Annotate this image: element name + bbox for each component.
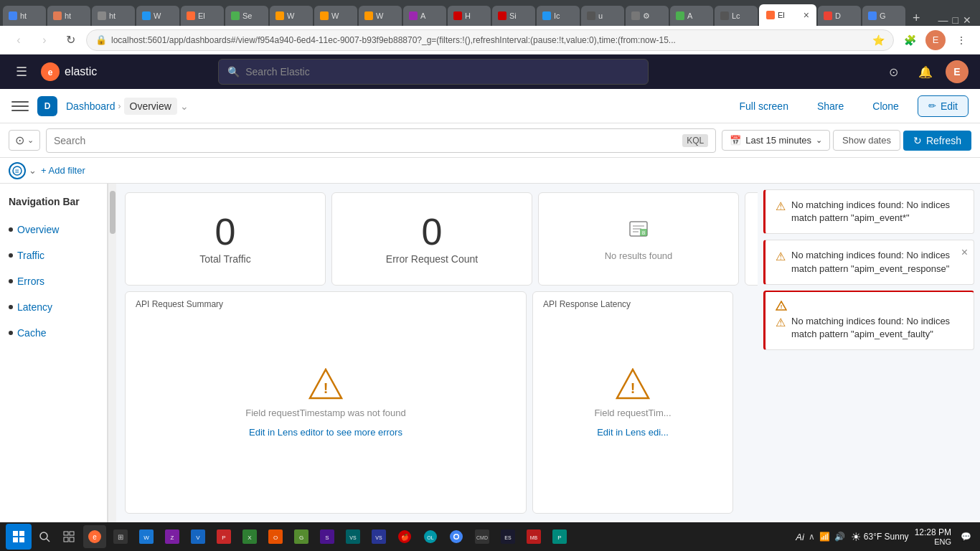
browser-tab[interactable]: H	[448, 6, 491, 26]
search-taskbar-button[interactable]	[34, 525, 55, 548]
taskbar-app-4[interactable]: Z	[161, 525, 184, 548]
browser-tab[interactable]: A	[403, 6, 446, 26]
browser-tab[interactable]: Lc	[715, 6, 758, 26]
browser-tab[interactable]: W	[270, 6, 313, 26]
filter-dropdown-arrow[interactable]: ⌄	[29, 165, 37, 176]
api-response-edit-lens-link[interactable]: Edit in Lens edi...	[597, 427, 669, 438]
extensions-button[interactable]: 🧩	[900, 30, 920, 50]
user-avatar[interactable]: E	[946, 60, 969, 83]
taskbar-app-13[interactable]: 🍎	[393, 525, 416, 548]
time-picker-button[interactable]: 📅 Last 15 minutes ⌄	[722, 130, 830, 151]
elastic-search-bar[interactable]: 🔍	[218, 59, 649, 85]
time-picker[interactable]: 📅 Last 15 minutes ⌄ Show dates ↻ Refresh	[722, 130, 971, 151]
full-screen-button[interactable]: Full screen	[729, 96, 798, 116]
svg-rect-27	[70, 537, 74, 542]
taskview-button[interactable]	[57, 525, 80, 548]
close-button[interactable]: ✕	[963, 14, 971, 26]
browser-tab[interactable]: u	[581, 6, 624, 26]
sidebar-item-traffic[interactable]: Traffic	[9, 245, 98, 265]
sidebar-item-overview[interactable]: Overview	[9, 220, 98, 240]
sidebar-item-cache[interactable]: Cache	[9, 323, 98, 343]
browser-tab[interactable]: Se	[225, 6, 268, 26]
more-button[interactable]: ⋮	[951, 30, 971, 50]
taskbar-app-8[interactable]: O	[264, 525, 287, 548]
time-picker-dropdown-icon: ⌄	[816, 136, 822, 145]
taskbar-app-16[interactable]: ES	[496, 525, 519, 548]
browser-tab[interactable]: ht	[3, 6, 46, 26]
browser-tab[interactable]: ht	[47, 6, 90, 26]
sidebar-link-overview[interactable]: Overview	[17, 224, 59, 235]
taskbar-app-7[interactable]: X	[238, 525, 261, 548]
taskbar-app-chrome[interactable]	[445, 525, 468, 548]
browser-tab[interactable]: W	[314, 6, 357, 26]
filter-toggle-button[interactable]: ⊙ ⌄	[9, 130, 40, 151]
elastic-search-input[interactable]	[245, 66, 639, 77]
breadcrumb-dropdown-button[interactable]: ⌄	[180, 100, 189, 112]
browser-tab[interactable]: ht	[92, 6, 135, 26]
browser-tab[interactable]: W	[136, 6, 179, 26]
share-button[interactable]: Share	[807, 96, 854, 116]
taskbar-app-6[interactable]: P	[212, 525, 235, 548]
start-button[interactable]	[6, 524, 32, 550]
taskbar-app-12[interactable]: VS	[367, 525, 390, 548]
breadcrumb-dashboard[interactable]: Dashboard	[66, 100, 116, 112]
browser-tab[interactable]: G	[862, 6, 905, 26]
taskbar-app-2[interactable]: ⊞	[109, 525, 132, 548]
new-tab-button[interactable]: +	[907, 11, 926, 26]
svg-text:P: P	[222, 534, 225, 541]
error-request-panel: 0 Error Request Count	[331, 192, 532, 286]
browser-tab[interactable]: Ic	[537, 6, 580, 26]
address-bar[interactable]: 🔒 localhost:5601/app/dashboards#/view/f9…	[86, 29, 894, 51]
reload-button[interactable]: ↻	[60, 30, 80, 50]
sidebar-link-errors[interactable]: Errors	[17, 276, 44, 287]
scrollbar-track[interactable]	[108, 184, 116, 522]
sidebar-bullet-latency	[9, 305, 13, 309]
kql-badge[interactable]: KQL	[682, 134, 708, 147]
refresh-button[interactable]: ↻ Refresh	[903, 131, 971, 151]
sidebar-toggle-button[interactable]	[11, 98, 29, 115]
edit-button[interactable]: ✏ Edit	[918, 95, 969, 117]
sidebar-link-latency[interactable]: Latency	[17, 301, 52, 313]
back-button[interactable]: ‹	[9, 30, 29, 50]
updates-icon[interactable]: 🔔	[914, 60, 937, 83]
maximize-button[interactable]: □	[953, 14, 958, 26]
filter-options-button[interactable]: ≡	[9, 162, 26, 179]
help-icon[interactable]: ⊙	[882, 60, 905, 83]
scrollbar-thumb[interactable]	[110, 191, 116, 234]
browser-tab[interactable]: W	[359, 6, 402, 26]
taskbar-app-11[interactable]: VS	[341, 525, 364, 548]
browser-tab[interactable]: Si	[492, 6, 535, 26]
taskbar-app-18[interactable]: P	[548, 525, 571, 548]
sidebar-link-traffic[interactable]: Traffic	[17, 250, 44, 261]
taskbar-app-3[interactable]: W	[135, 525, 158, 548]
profile-button[interactable]: E	[925, 30, 946, 50]
error-notification-close-2[interactable]: ×	[961, 246, 968, 259]
up-arrow-icon[interactable]: ∧	[809, 532, 815, 542]
refresh-icon: ↻	[913, 135, 922, 146]
taskbar-app-17[interactable]: MB	[522, 525, 545, 548]
taskbar-app-14[interactable]: OL	[419, 525, 442, 548]
browser-tab[interactable]: D	[818, 6, 861, 26]
taskbar-app-1[interactable]: e	[83, 525, 106, 548]
forward-button[interactable]: ›	[34, 30, 55, 50]
active-browser-tab[interactable]: El ×	[759, 4, 816, 26]
show-dates-button[interactable]: Show dates	[833, 130, 900, 151]
browser-tab[interactable]: ⚙	[626, 6, 669, 26]
search-box[interactable]: KQL	[46, 128, 716, 153]
hamburger-menu-button[interactable]: ☰	[11, 62, 32, 82]
search-input[interactable]	[54, 135, 682, 146]
browser-tab[interactable]: A	[670, 6, 713, 26]
clone-button[interactable]: Clone	[862, 96, 909, 116]
notification-button[interactable]: 💬	[957, 528, 974, 545]
taskbar-app-5[interactable]: V	[187, 525, 209, 548]
add-filter-button[interactable]: + Add filter	[41, 165, 85, 176]
taskbar-app-15[interactable]: CMD	[471, 525, 494, 548]
taskbar-app-9[interactable]: G	[290, 525, 313, 548]
api-request-edit-lens-link[interactable]: Edit in Lens editor to see more errors	[249, 427, 402, 438]
sidebar-link-cache[interactable]: Cache	[17, 327, 46, 339]
sidebar-item-errors[interactable]: Errors	[9, 271, 98, 291]
browser-tab[interactable]: El	[181, 6, 224, 26]
minimize-button[interactable]: —	[938, 14, 948, 26]
taskbar-app-10[interactable]: S	[316, 525, 339, 548]
sidebar-item-latency[interactable]: Latency	[9, 297, 98, 317]
